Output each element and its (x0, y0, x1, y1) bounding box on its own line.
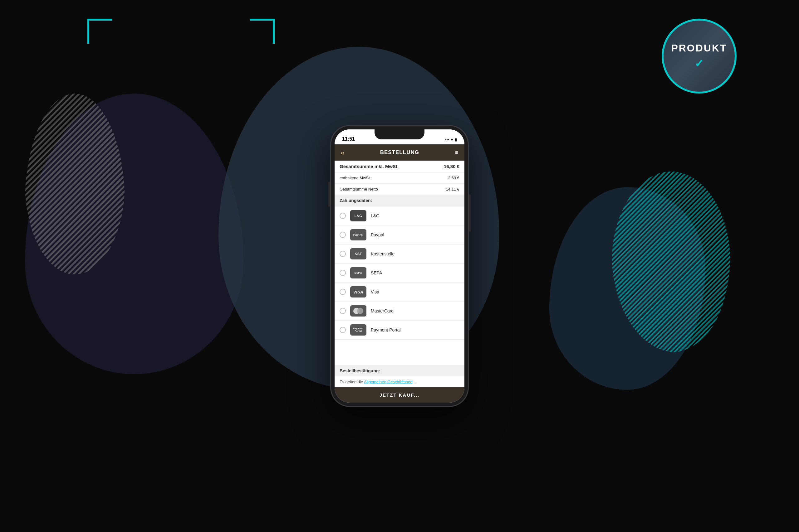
payment-option-kst[interactable]: KST Kostenstelle (334, 245, 465, 264)
phone-outer-shell: 11:51 ▪▪▪ ▾ ▮ « BESTELLUNG ≡ G (331, 126, 468, 406)
mastercard-icon (350, 305, 366, 317)
phone-screen: 11:51 ▪▪▪ ▾ ▮ « BESTELLUNG ≡ G (334, 129, 465, 403)
phone-content: « BESTELLUNG ≡ Gesamtsumme inkl. MwSt. 1… (334, 145, 465, 403)
sepa-label: SEPA (371, 270, 382, 276)
header-title: BESTELLUNG (380, 149, 419, 156)
payment-option-visa[interactable]: VISA Visa (334, 283, 465, 302)
payment-option-sepa[interactable]: S€PA SEPA (334, 264, 465, 283)
netto-value: 14,11 € (446, 187, 459, 191)
summary-netto-row: Gesamtsumme Netto 14,11 € (334, 184, 465, 195)
confirmation-section-header: Bestellbestätigung: (334, 365, 465, 376)
portal-label: Payment Portal (371, 327, 401, 332)
payment-section-label: Zahlungsdaten: (340, 198, 372, 203)
payment-option-portal[interactable]: PaymentPortal Payment Portal (334, 321, 465, 340)
netto-label: Gesamtsumme Netto (340, 187, 378, 191)
app-header: « BESTELLUNG ≡ (334, 145, 465, 160)
mwst-label: enthaltene MwSt. (340, 175, 371, 180)
buy-button-label: JETZT KAUF... (380, 392, 420, 398)
paypal-icon: PayPal (350, 229, 366, 241)
produkt-badge: PRODUKT ✓ (662, 19, 737, 94)
wifi-icon: ▾ (451, 137, 453, 142)
summary-total-row: Gesamtsumme inkl. MwSt. 16,80 € (334, 160, 465, 172)
portal-icon: PaymentPortal (350, 324, 366, 336)
total-value: 16,80 € (444, 164, 459, 169)
lg-label: L&G (371, 213, 380, 218)
payment-option-mastercard[interactable]: MasterCard (334, 302, 465, 321)
agb-link[interactable]: Allgemeinen Geschäftsbed (364, 380, 412, 384)
radio-lg[interactable] (340, 213, 346, 219)
battery-icon: ▮ (455, 137, 457, 142)
confirmation-text: Es gelten die Allgemeinen Geschäftsbed..… (334, 376, 465, 387)
produkt-label: PRODUKT (671, 42, 727, 54)
sepa-icon: S€PA (350, 267, 366, 279)
bracket-top-left (87, 19, 112, 44)
order-summary: Gesamtsumme inkl. MwSt. 16,80 € enthalte… (334, 160, 465, 195)
lg-icon: L&G (350, 210, 366, 222)
visa-label: Visa (371, 289, 379, 294)
bracket-top-right (250, 19, 275, 44)
payment-methods-list: L&G L&G PayPal Paypal KST Kostenstelle (334, 206, 465, 365)
paypal-label: Paypal (371, 232, 384, 237)
phone-notch (375, 129, 424, 139)
signal-icon: ▪▪▪ (445, 137, 449, 142)
confirmation-prefix: Es gelten die (340, 380, 364, 384)
summary-mwst-row: enthaltene MwSt. 2,69 € (334, 172, 465, 184)
radio-portal[interactable] (340, 327, 346, 333)
phone-mockup: 11:51 ▪▪▪ ▾ ▮ « BESTELLUNG ≡ G (331, 126, 468, 406)
payment-option-paypal[interactable]: PayPal Paypal (334, 226, 465, 245)
total-label: Gesamtsumme inkl. MwSt. (340, 164, 399, 169)
radio-mastercard[interactable] (340, 308, 346, 314)
payment-option-lg[interactable]: L&G L&G (334, 206, 465, 226)
produkt-check-icon: ✓ (694, 57, 704, 70)
status-icons: ▪▪▪ ▾ ▮ (445, 137, 457, 142)
radio-sepa[interactable] (340, 270, 346, 276)
payment-section-header: Zahlungsdaten: (334, 195, 465, 206)
radio-paypal[interactable] (340, 232, 346, 238)
radio-visa[interactable] (340, 289, 346, 295)
menu-button[interactable]: ≡ (455, 149, 458, 156)
kst-label: Kostenstelle (371, 251, 395, 256)
back-button[interactable]: « (341, 149, 344, 156)
radio-kst[interactable] (340, 251, 346, 257)
status-time: 11:51 (342, 136, 355, 142)
visa-icon: VISA (350, 286, 366, 298)
mastercard-label: MasterCard (371, 308, 394, 314)
kst-icon: KST (350, 248, 366, 260)
buy-button[interactable]: JETZT KAUF... (334, 387, 465, 403)
mwst-value: 2,69 € (448, 175, 459, 180)
confirmation-section-label: Bestellbestätigung: (340, 368, 380, 373)
mc-right-circle (357, 308, 363, 314)
confirmation-suffix: ... (412, 380, 416, 384)
